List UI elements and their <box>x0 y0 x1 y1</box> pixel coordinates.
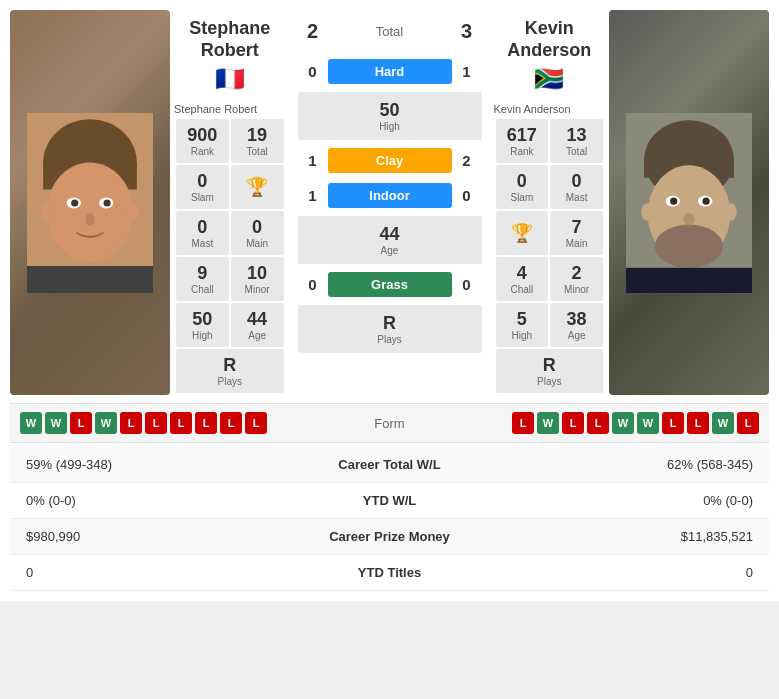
left-rank-value: 900 <box>180 125 225 146</box>
right-player-stats: Kevin Anderson 🇿🇦 Kevin Anderson 617 Ran… <box>494 10 606 395</box>
hard-right: 1 <box>452 63 482 80</box>
right-slam-cell: 0 Slam <box>496 165 549 209</box>
right-slam-value: 0 <box>500 171 545 192</box>
indoor-right: 0 <box>452 187 482 204</box>
left-player-name: Stephane Robert <box>178 18 282 61</box>
svg-point-20 <box>703 197 710 204</box>
form-badge-right: W <box>712 412 734 434</box>
left-main-label: Main <box>235 238 280 249</box>
form-badge-left: L <box>70 412 92 434</box>
left-age-label: Age <box>302 245 478 256</box>
left-high-stat-label: High <box>180 330 225 341</box>
right-chall-label: Chall <box>500 284 545 295</box>
left-plays-label: Plays <box>302 334 478 345</box>
left-minor-cell: 10 Minor <box>231 257 284 301</box>
comparison-left-val: 0 <box>26 565 290 580</box>
right-age-cell: 38Age <box>550 303 603 347</box>
left-chall-value: 9 <box>180 263 225 284</box>
hard-badge: Hard <box>328 59 452 84</box>
left-high-value: 50 <box>302 100 478 121</box>
left-player-flag: 🇫🇷 <box>178 65 282 93</box>
left-rank-cell: 900 Rank <box>176 119 229 163</box>
form-label: Form <box>350 416 430 431</box>
left-player-name-section: Stephane Robert 🇫🇷 <box>174 10 286 97</box>
hard-left: 0 <box>298 63 328 80</box>
comparison-right-val: $11,835,521 <box>490 529 754 544</box>
svg-point-7 <box>104 199 111 206</box>
left-player-photo <box>10 10 170 395</box>
right-main-label: Main <box>554 238 599 249</box>
form-badge-left: L <box>120 412 142 434</box>
left-player-label: Stephane Robert <box>174 103 286 115</box>
left-high-label: High <box>302 121 478 132</box>
clay-left: 1 <box>298 152 328 169</box>
svg-point-8 <box>86 212 95 225</box>
comparison-center-label: YTD W/L <box>290 493 490 508</box>
left-plays-stat-cell: RPlays <box>176 349 284 393</box>
right-stats-grid: 617 Rank 13 Total 0 Slam 0 Mast 🏆 <box>494 117 606 395</box>
left-main-value: 0 <box>235 217 280 238</box>
right-total-cell: 13 Total <box>550 119 603 163</box>
clay-right: 2 <box>452 152 482 169</box>
form-badge-left: W <box>95 412 117 434</box>
right-chall-cell: 4 Chall <box>496 257 549 301</box>
left-stats-grid: 900 Rank 19 Total 0 Slam 🏆 0 Mast <box>174 117 286 395</box>
form-badge-right: W <box>612 412 634 434</box>
left-slam-value: 0 <box>180 171 225 192</box>
svg-point-23 <box>724 203 737 221</box>
hard-row: 0 Hard 1 <box>290 55 490 88</box>
form-badge-right: L <box>687 412 709 434</box>
form-badge-right: L <box>562 412 584 434</box>
right-mast-label: Mast <box>554 192 599 203</box>
form-badge-left: L <box>220 412 242 434</box>
total-label: Total <box>328 24 452 39</box>
form-badge-right: W <box>537 412 559 434</box>
clay-badge: Clay <box>328 148 452 173</box>
right-minor-label: Minor <box>554 284 599 295</box>
indoor-row: 1 Indoor 0 <box>290 179 490 212</box>
left-slam-label: Slam <box>180 192 225 203</box>
comparison-right-val: 0% (0-0) <box>490 493 754 508</box>
right-main-value: 7 <box>554 217 599 238</box>
form-badge-right: L <box>662 412 684 434</box>
right-player-flag: 🇿🇦 <box>498 65 602 93</box>
left-mast-value: 0 <box>180 217 225 238</box>
form-badge-right: W <box>637 412 659 434</box>
comparison-row: 59% (499-348)Career Total W/L62% (568-34… <box>10 447 769 483</box>
right-high-label: High <box>500 330 545 341</box>
right-rank-value: 617 <box>500 125 545 146</box>
grass-left: 0 <box>298 276 328 293</box>
left-age-stat-value: 44 <box>235 309 280 330</box>
right-high-cell: 5High <box>496 303 549 347</box>
form-badge-right: L <box>587 412 609 434</box>
left-trophy-cell: 🏆 <box>231 165 284 209</box>
form-section: WWLWLLLLLL Form LWLLWWLLWL <box>10 403 769 443</box>
svg-point-22 <box>641 203 654 221</box>
grass-row: 0 Grass 0 <box>290 268 490 301</box>
svg-point-19 <box>670 197 677 204</box>
comparison-right-val: 62% (568-345) <box>490 457 754 472</box>
total-row: 2 Total 3 <box>290 10 490 53</box>
right-total-value: 13 <box>554 125 599 146</box>
left-plays-stat-value: R <box>180 355 280 376</box>
left-chall-label: Chall <box>180 284 225 295</box>
left-chall-cell: 9 Chall <box>176 257 229 301</box>
comparison-row: $980,990Career Prize Money$11,835,521 <box>10 519 769 555</box>
indoor-left: 1 <box>298 187 328 204</box>
svg-point-16 <box>655 224 723 267</box>
comparison-right-val: 0 <box>490 565 754 580</box>
comparison-row: 0% (0-0)YTD W/L0% (0-0) <box>10 483 769 519</box>
right-mast-cell: 0 Mast <box>550 165 603 209</box>
left-total-value: 19 <box>235 125 280 146</box>
comparison-center-label: YTD Titles <box>290 565 490 580</box>
indoor-badge: Indoor <box>328 183 452 208</box>
left-minor-label: Minor <box>235 284 280 295</box>
form-badge-left: W <box>45 412 67 434</box>
left-mast-cell: 0 Mast <box>176 211 229 255</box>
main-container: Stephane Robert 🇫🇷 Stephane Robert 900 R… <box>0 0 779 601</box>
left-slam-cell: 0 Slam <box>176 165 229 209</box>
right-high-value: 5 <box>500 309 545 330</box>
comparison-left-val: $980,990 <box>26 529 290 544</box>
left-main-cell: 0 Main <box>231 211 284 255</box>
right-main-cell: 7 Main <box>550 211 603 255</box>
